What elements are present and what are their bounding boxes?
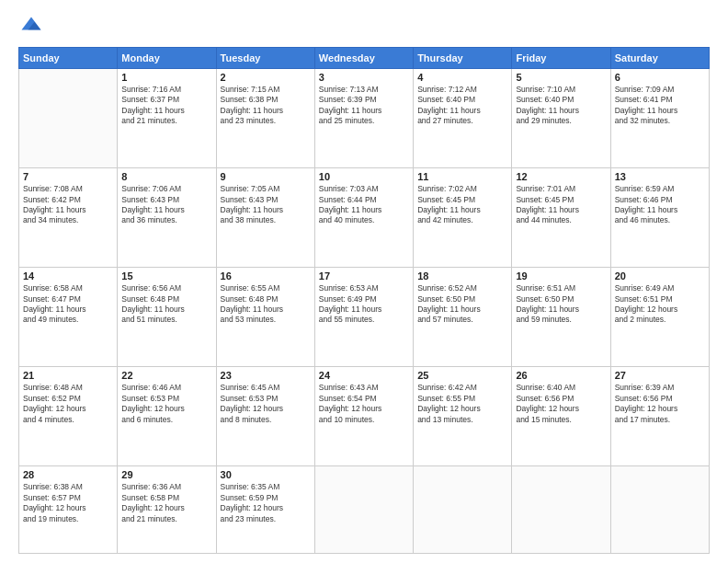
calendar-header-saturday: Saturday xyxy=(610,48,709,69)
calendar-cell: 4Sunrise: 7:12 AM Sunset: 6:40 PM Daylig… xyxy=(414,69,512,168)
calendar-cell xyxy=(512,466,610,554)
day-info: Sunrise: 7:16 AM Sunset: 6:37 PM Dayligh… xyxy=(121,85,211,127)
calendar-cell: 27Sunrise: 6:39 AM Sunset: 6:56 PM Dayli… xyxy=(610,367,709,466)
day-number: 17 xyxy=(319,270,409,282)
day-number: 21 xyxy=(23,370,113,381)
calendar-cell: 13Sunrise: 6:59 AM Sunset: 6:46 PM Dayli… xyxy=(610,168,709,268)
day-info: Sunrise: 6:40 AM Sunset: 6:56 PM Dayligh… xyxy=(516,383,606,425)
calendar-cell xyxy=(414,466,512,554)
calendar-cell: 5Sunrise: 7:10 AM Sunset: 6:40 PM Daylig… xyxy=(512,69,610,168)
day-number: 29 xyxy=(121,469,211,480)
day-info: Sunrise: 6:46 AM Sunset: 6:53 PM Dayligh… xyxy=(121,383,211,425)
day-info: Sunrise: 6:51 AM Sunset: 6:50 PM Dayligh… xyxy=(516,283,606,326)
day-info: Sunrise: 6:49 AM Sunset: 6:51 PM Dayligh… xyxy=(615,283,705,326)
calendar-table: SundayMondayTuesdayWednesdayThursdayFrid… xyxy=(18,47,710,554)
day-info: Sunrise: 7:02 AM Sunset: 6:45 PM Dayligh… xyxy=(417,184,507,226)
calendar-header-row: SundayMondayTuesdayWednesdayThursdayFrid… xyxy=(19,48,710,69)
calendar-header-tuesday: Tuesday xyxy=(216,48,314,69)
day-info: Sunrise: 7:15 AM Sunset: 6:38 PM Dayligh… xyxy=(221,85,311,127)
calendar-cell: 6Sunrise: 7:09 AM Sunset: 6:41 PM Daylig… xyxy=(610,69,709,168)
day-number: 30 xyxy=(221,469,311,480)
calendar-week-4: 21Sunrise: 6:48 AM Sunset: 6:52 PM Dayli… xyxy=(19,367,710,466)
day-info: Sunrise: 6:43 AM Sunset: 6:54 PM Dayligh… xyxy=(319,383,409,425)
day-number: 22 xyxy=(121,370,211,381)
calendar-header-wednesday: Wednesday xyxy=(314,48,413,69)
day-number: 25 xyxy=(417,370,507,381)
calendar-cell: 21Sunrise: 6:48 AM Sunset: 6:52 PM Dayli… xyxy=(19,367,118,466)
calendar-cell: 23Sunrise: 6:45 AM Sunset: 6:53 PM Dayli… xyxy=(216,367,314,466)
page: SundayMondayTuesdayWednesdayThursdayFrid… xyxy=(0,0,728,563)
day-info: Sunrise: 7:09 AM Sunset: 6:41 PM Dayligh… xyxy=(615,85,705,127)
calendar-cell: 12Sunrise: 7:01 AM Sunset: 6:45 PM Dayli… xyxy=(512,168,610,268)
calendar-cell: 19Sunrise: 6:51 AM Sunset: 6:50 PM Dayli… xyxy=(512,268,610,367)
calendar-header-sunday: Sunday xyxy=(19,48,118,69)
calendar-cell: 15Sunrise: 6:56 AM Sunset: 6:48 PM Dayli… xyxy=(118,268,216,367)
day-number: 4 xyxy=(417,72,507,83)
day-number: 24 xyxy=(319,370,409,381)
calendar-cell: 10Sunrise: 7:03 AM Sunset: 6:44 PM Dayli… xyxy=(314,168,413,268)
calendar-cell: 24Sunrise: 6:43 AM Sunset: 6:54 PM Dayli… xyxy=(314,367,413,466)
day-number: 16 xyxy=(221,270,311,282)
day-number: 5 xyxy=(516,72,606,83)
day-info: Sunrise: 6:39 AM Sunset: 6:56 PM Dayligh… xyxy=(615,383,705,425)
day-info: Sunrise: 7:06 AM Sunset: 6:43 PM Dayligh… xyxy=(121,184,211,226)
day-info: Sunrise: 7:13 AM Sunset: 6:39 PM Dayligh… xyxy=(319,85,409,127)
calendar-week-2: 7Sunrise: 7:08 AM Sunset: 6:42 PM Daylig… xyxy=(19,168,710,268)
calendar-cell: 8Sunrise: 7:06 AM Sunset: 6:43 PM Daylig… xyxy=(118,168,216,268)
day-number: 27 xyxy=(615,370,705,381)
day-number: 20 xyxy=(615,270,705,282)
day-info: Sunrise: 6:45 AM Sunset: 6:53 PM Dayligh… xyxy=(221,383,311,425)
day-info: Sunrise: 6:48 AM Sunset: 6:52 PM Dayligh… xyxy=(23,383,113,425)
day-info: Sunrise: 7:01 AM Sunset: 6:45 PM Dayligh… xyxy=(516,184,606,226)
calendar-cell: 17Sunrise: 6:53 AM Sunset: 6:49 PM Dayli… xyxy=(314,268,413,367)
day-info: Sunrise: 6:58 AM Sunset: 6:47 PM Dayligh… xyxy=(23,283,113,326)
calendar-cell: 25Sunrise: 6:42 AM Sunset: 6:55 PM Dayli… xyxy=(414,367,512,466)
calendar-cell xyxy=(314,466,413,554)
day-info: Sunrise: 7:05 AM Sunset: 6:43 PM Dayligh… xyxy=(221,184,311,226)
day-number: 11 xyxy=(417,171,507,182)
day-info: Sunrise: 7:03 AM Sunset: 6:44 PM Dayligh… xyxy=(319,184,409,226)
day-info: Sunrise: 7:10 AM Sunset: 6:40 PM Dayligh… xyxy=(516,85,606,127)
day-number: 15 xyxy=(121,270,211,282)
day-number: 8 xyxy=(121,171,211,182)
day-info: Sunrise: 6:53 AM Sunset: 6:49 PM Dayligh… xyxy=(319,283,409,326)
calendar-cell xyxy=(610,466,709,554)
day-info: Sunrise: 7:12 AM Sunset: 6:40 PM Dayligh… xyxy=(417,85,507,127)
calendar-cell: 22Sunrise: 6:46 AM Sunset: 6:53 PM Dayli… xyxy=(118,367,216,466)
calendar-cell xyxy=(19,69,118,168)
calendar-cell: 26Sunrise: 6:40 AM Sunset: 6:56 PM Dayli… xyxy=(512,367,610,466)
day-number: 12 xyxy=(516,171,606,182)
day-number: 10 xyxy=(319,171,409,182)
calendar-cell: 1Sunrise: 7:16 AM Sunset: 6:37 PM Daylig… xyxy=(118,69,216,168)
day-info: Sunrise: 6:38 AM Sunset: 6:57 PM Dayligh… xyxy=(23,482,113,524)
logo xyxy=(18,14,48,40)
day-number: 28 xyxy=(23,469,113,480)
day-info: Sunrise: 6:55 AM Sunset: 6:48 PM Dayligh… xyxy=(221,283,311,326)
day-info: Sunrise: 6:42 AM Sunset: 6:55 PM Dayligh… xyxy=(417,383,507,425)
calendar-cell: 20Sunrise: 6:49 AM Sunset: 6:51 PM Dayli… xyxy=(610,268,709,367)
calendar-week-3: 14Sunrise: 6:58 AM Sunset: 6:47 PM Dayli… xyxy=(19,268,710,367)
calendar-cell: 7Sunrise: 7:08 AM Sunset: 6:42 PM Daylig… xyxy=(19,168,118,268)
calendar-cell: 18Sunrise: 6:52 AM Sunset: 6:50 PM Dayli… xyxy=(414,268,512,367)
day-number: 7 xyxy=(23,171,113,182)
day-number: 19 xyxy=(516,270,606,282)
day-number: 14 xyxy=(23,270,113,282)
calendar-header-monday: Monday xyxy=(118,48,216,69)
calendar-cell: 28Sunrise: 6:38 AM Sunset: 6:57 PM Dayli… xyxy=(19,466,118,554)
day-info: Sunrise: 6:35 AM Sunset: 6:59 PM Dayligh… xyxy=(221,482,311,524)
calendar-cell: 9Sunrise: 7:05 AM Sunset: 6:43 PM Daylig… xyxy=(216,168,314,268)
day-number: 1 xyxy=(121,72,211,83)
day-number: 9 xyxy=(221,171,311,182)
calendar-cell: 30Sunrise: 6:35 AM Sunset: 6:59 PM Dayli… xyxy=(216,466,314,554)
day-info: Sunrise: 7:08 AM Sunset: 6:42 PM Dayligh… xyxy=(23,184,113,226)
header xyxy=(18,14,710,40)
calendar-header-friday: Friday xyxy=(512,48,610,69)
calendar-cell: 11Sunrise: 7:02 AM Sunset: 6:45 PM Dayli… xyxy=(414,168,512,268)
calendar-week-5: 28Sunrise: 6:38 AM Sunset: 6:57 PM Dayli… xyxy=(19,466,710,554)
calendar-week-1: 1Sunrise: 7:16 AM Sunset: 6:37 PM Daylig… xyxy=(19,69,710,168)
day-info: Sunrise: 6:56 AM Sunset: 6:48 PM Dayligh… xyxy=(121,283,211,326)
day-number: 13 xyxy=(615,171,705,182)
day-number: 6 xyxy=(615,72,705,83)
calendar-cell: 29Sunrise: 6:36 AM Sunset: 6:58 PM Dayli… xyxy=(118,466,216,554)
calendar-cell: 3Sunrise: 7:13 AM Sunset: 6:39 PM Daylig… xyxy=(314,69,413,168)
